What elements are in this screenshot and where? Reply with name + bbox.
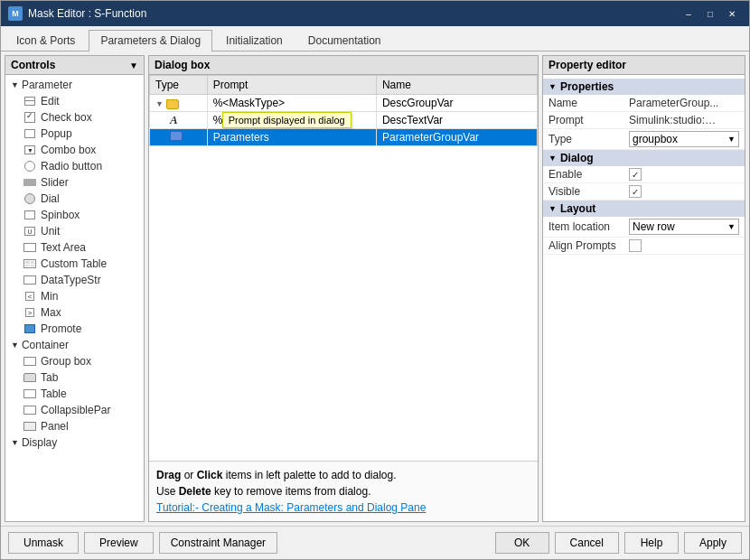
constraint-manager-button[interactable]: Constraint Manager [159,532,277,554]
sidebar-item-panel[interactable]: Panel [5,418,144,434]
group-container-label: Container [22,339,69,351]
sidebar-item-label-dial: Dial [41,192,60,205]
prop-itemlocation-row: Item location New row ▼ [543,217,745,238]
sidebar-item-popup[interactable]: Popup [5,126,144,142]
sidebar-item-label-tab: Tab [41,371,58,384]
sidebar-item-tab[interactable]: Tab [5,369,144,386]
prop-itemlocation-dropdown[interactable]: New row ▼ [629,219,739,235]
sidebar-item-edit[interactable]: Edit [5,93,144,109]
spinbox-icon [23,209,36,221]
prop-visible-checkbox[interactable] [629,185,642,198]
group-parameter: ▼ Parameter [5,77,144,93]
controls-header: Controls ▼ [5,56,144,75]
tab-initialization[interactable]: Initialization [214,30,295,51]
prop-enable-label: Enable [548,168,625,181]
section-dialog-label: Dialog [560,152,594,164]
dialog-box-header: Dialog box [149,56,538,75]
table-row-selected[interactable]: Parameters ParameterGroupVar [150,129,538,146]
prop-prompt-label: Prompt [548,114,625,126]
title-bar: M Mask Editor : S-Function – □ ✕ [1,1,749,26]
prop-prompt-value: Simulink:studio:T... [629,114,719,126]
sidebar-item-datatypestr[interactable]: DataTypeStr [5,272,144,288]
prop-type-dropdown[interactable]: groupbox ▼ [629,131,739,147]
display-expand-icon: ▼ [11,438,19,447]
prop-enable-checkbox[interactable] [629,168,642,181]
sidebar-item-label-min: Min [41,290,58,303]
prop-type-row: Type groupbox ▼ [543,129,745,150]
section-properties-label: Properties [560,80,614,93]
collapse-layout-icon: ▼ [548,204,557,213]
table-row[interactable]: ▼ %<MaskType> DescGroupVar [150,95,538,112]
controls-list: ▼ Parameter Edit Check box Popup ▼ [5,75,144,521]
tooltip-popup: Prompt displayed in dialog [222,112,352,128]
sidebar-item-table[interactable]: Table [5,386,144,402]
sidebar-item-promote[interactable]: Promote [5,321,144,337]
minimize-button[interactable]: – [679,5,698,22]
sidebar-item-label-promote: Promote [41,322,81,335]
sidebar-item-customtable[interactable]: Custom Table [5,256,144,272]
dialog-box-panel: Dialog box Type Prompt Name [148,55,539,522]
sidebar-item-checkbox[interactable]: Check box [5,109,144,126]
group-container: ▼ Container [5,337,144,353]
tutorial-link[interactable]: Tutorial:- Creating a Mask: Parameters a… [156,501,426,514]
help-button[interactable]: Help [624,532,679,554]
controls-panel: Controls ▼ ▼ Parameter Edit Check box [5,55,145,522]
row1-type: ▼ [150,95,208,112]
sidebar-item-radiobutton[interactable]: Radio button [5,158,144,174]
sidebar-item-collapsible[interactable]: CollapsiblePar [5,402,144,418]
property-editor-content: ▼ Properties Name ParameterGroup... Prom… [543,75,745,521]
sidebar-item-max[interactable]: > Max [5,304,144,321]
edit-icon [23,95,36,107]
prop-name-row: Name ParameterGroup... [543,95,745,112]
sidebar-item-label-collapsible: CollapsiblePar [41,404,110,416]
prop-alignprompts-label: Align Prompts [548,239,625,252]
sidebar-item-spinbox[interactable]: Spinbox [5,207,144,223]
info-delete-suffix: key to remove items from dialog. [214,485,370,498]
bottom-right-buttons: OK Cancel Help Apply [495,532,742,554]
tab-params-dialog[interactable]: Parameters & Dialog [89,30,212,51]
dial-icon [23,192,36,205]
sidebar-item-label-spinbox: Spinbox [41,209,80,221]
prop-prompt-row: Prompt Simulink:studio:T... [543,112,745,129]
main-window: M Mask Editor : S-Function – □ ✕ Icon & … [0,0,750,560]
section-dialog-title: ▼ Dialog [543,150,745,166]
maximize-button[interactable]: □ [700,5,720,22]
panel-icon [23,420,36,433]
tab-icon-ports[interactable]: Icon & Ports [5,30,87,51]
table-row[interactable]: A %<MaskDescription> Prompt displayed in… [150,112,538,129]
sidebar-item-groupbox[interactable]: Group box [5,353,144,369]
bold-drag: Drag [156,469,181,481]
bold-click: Click [197,469,223,481]
ok-button[interactable]: OK [495,532,549,554]
prop-visible-label: Visible [548,185,625,198]
table-icon [23,387,36,400]
sidebar-item-dial[interactable]: Dial [5,191,144,207]
a-icon: A [170,113,178,126]
sidebar-item-label-radiobutton: Radio button [41,160,102,173]
prop-alignprompts-checkbox[interactable] [629,239,642,252]
cancel-button[interactable]: Cancel [555,532,619,554]
sidebar-item-combobox[interactable]: ▼ Combo box [5,142,144,158]
dialog-table-area[interactable]: Type Prompt Name ▼ [149,75,538,461]
group-display: ▼ Display [5,434,144,451]
section-layout-label: Layout [560,202,595,215]
container-expand-icon: ▼ [11,341,19,350]
apply-button[interactable]: Apply [684,532,742,554]
group-parameter-label: Parameter [22,79,72,91]
close-button[interactable]: ✕ [722,5,742,22]
sidebar-item-label-panel: Panel [41,420,69,433]
tab-documentation[interactable]: Documentation [296,30,393,51]
promote-icon [23,322,36,335]
col-prompt: Prompt [207,76,376,95]
sidebar-item-min[interactable]: < Min [5,288,144,304]
sidebar-item-slider[interactable]: Slider [5,174,144,191]
sidebar-item-unit[interactable]: U Unit [5,223,144,239]
preview-button[interactable]: Preview [84,532,154,554]
sidebar-item-label-textarea: Text Area [41,241,86,254]
row3-prompt: Parameters [207,129,376,146]
sidebar-item-textarea[interactable]: Text Area [5,239,144,256]
info-drag-suffix: items in left palette to add to dialog. [226,469,397,481]
unmask-button[interactable]: Unmask [8,532,79,554]
prop-name-value: ParameterGroup... [629,97,719,109]
controls-header-label: Controls [11,59,55,71]
